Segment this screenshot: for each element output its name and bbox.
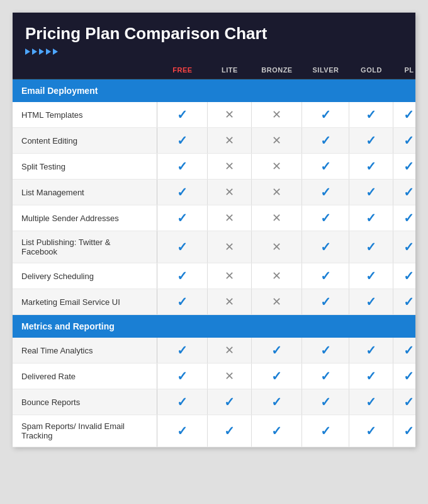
- row-cell-col2: ✕: [252, 231, 302, 263]
- row-cell-col5: ✓: [393, 389, 415, 415]
- column-headers: FREE LITE BRONZE SILVER GOLD PL: [13, 61, 415, 79]
- row-cell-col2: ✓: [252, 364, 302, 389]
- row-cell-col0: ✓: [157, 128, 208, 153]
- row-cell-col1: ✕: [208, 180, 252, 205]
- arrow-icon-4: [46, 49, 51, 55]
- row-cell-col1: ✕: [208, 364, 252, 389]
- col-header-pl: PL: [393, 61, 415, 79]
- check-icon: ✓: [403, 294, 414, 309]
- row-cell-col5: ✓: [393, 364, 415, 389]
- row-cell-col3: ✓: [302, 154, 349, 179]
- check-icon: ✓: [403, 423, 414, 438]
- check-icon: ✓: [320, 107, 331, 122]
- check-icon: ✓: [177, 185, 188, 200]
- col-header-silver: SILVER: [302, 61, 349, 79]
- row-cell-col3: ✓: [302, 128, 349, 153]
- row-cell-col3: ✓: [302, 415, 349, 447]
- check-icon: ✓: [320, 394, 331, 410]
- check-icon: ✓: [366, 133, 376, 148]
- check-icon: ✓: [320, 294, 331, 309]
- row-cell-col2: ✕: [252, 180, 302, 205]
- row-cell-col5: ✓: [393, 289, 415, 314]
- check-icon: ✓: [271, 423, 282, 438]
- row-cell-col4: ✓: [349, 205, 393, 231]
- page-header: Pricing Plan Comparison Chart: [13, 13, 415, 61]
- check-icon: ✓: [177, 133, 188, 148]
- row-cell-col5: ✓: [393, 154, 415, 179]
- row-cell-col4: ✓: [349, 128, 393, 153]
- check-icon: ✓: [271, 343, 282, 358]
- row-cell-col4: ✓: [349, 102, 393, 127]
- row-cell-col3: ✓: [302, 102, 349, 127]
- table-row: Content Editing✓✕✕✓✓✓: [13, 128, 415, 154]
- check-icon: ✓: [366, 107, 376, 122]
- table-row: HTML Templates✓✕✕✓✓✓: [13, 102, 415, 128]
- row-cell-col3: ✓: [302, 289, 349, 314]
- row-cell-col0: ✓: [157, 154, 208, 179]
- row-cell-col2: ✓: [252, 415, 302, 447]
- table-row: Bounce Reports✓✓✓✓✓✓: [13, 389, 415, 415]
- row-cell-col1: ✕: [208, 338, 252, 363]
- check-icon: ✓: [177, 159, 188, 174]
- check-icon: ✓: [177, 294, 188, 309]
- check-icon: ✓: [271, 394, 282, 410]
- cross-icon: ✕: [225, 134, 234, 147]
- check-icon: ✓: [366, 394, 376, 410]
- arrow-icon-5: [53, 49, 58, 55]
- row-cell-col0: ✓: [157, 180, 208, 205]
- row-label: Content Editing: [13, 128, 157, 153]
- row-cell-col1: ✓: [208, 415, 252, 447]
- check-icon: ✓: [320, 133, 331, 148]
- row-cell-col3: ✓: [302, 180, 349, 205]
- check-icon: ✓: [320, 239, 331, 255]
- header-arrows: [25, 49, 403, 55]
- row-cell-col3: ✓: [302, 205, 349, 231]
- pricing-card: Pricing Plan Comparison Chart FREE LITE …: [13, 13, 415, 447]
- col-header-label: [13, 61, 157, 79]
- row-cell-col1: ✕: [208, 205, 252, 231]
- section-header-email-deployment: Email Deployment: [13, 79, 415, 102]
- arrow-icon-2: [32, 49, 37, 55]
- row-cell-col1: ✕: [208, 289, 252, 314]
- check-icon: ✓: [224, 394, 235, 410]
- cross-icon: ✕: [272, 159, 281, 173]
- check-icon: ✓: [177, 369, 188, 384]
- row-cell-col2: ✕: [252, 154, 302, 179]
- row-cell-col5: ✓: [393, 180, 415, 205]
- row-cell-col5: ✓: [393, 263, 415, 289]
- row-cell-col4: ✓: [349, 231, 393, 263]
- row-cell-col5: ✓: [393, 102, 415, 127]
- row-cell-col0: ✓: [157, 263, 208, 289]
- row-cell-col5: ✓: [393, 128, 415, 153]
- col-header-free: FREE: [157, 61, 208, 79]
- row-cell-col1: ✕: [208, 231, 252, 263]
- row-cell-col3: ✓: [302, 263, 349, 289]
- row-cell-col5: ✓: [393, 231, 415, 263]
- check-icon: ✓: [320, 210, 331, 226]
- check-icon: ✓: [320, 423, 331, 438]
- row-label: Spam Reports/ Invalid Email Tracking: [13, 415, 157, 447]
- cross-icon: ✕: [225, 269, 234, 283]
- row-cell-col4: ✓: [349, 180, 393, 205]
- check-icon: ✓: [271, 369, 282, 384]
- row-cell-col4: ✓: [349, 338, 393, 363]
- row-cell-col2: ✕: [252, 289, 302, 314]
- check-icon: ✓: [403, 343, 414, 358]
- check-icon: ✓: [320, 268, 331, 284]
- row-cell-col3: ✓: [302, 389, 349, 415]
- row-cell-col0: ✓: [157, 415, 208, 447]
- row-label: HTML Templates: [13, 102, 157, 127]
- check-icon: ✓: [403, 268, 414, 284]
- row-cell-col2: ✕: [252, 263, 302, 289]
- row-cell-col3: ✓: [302, 338, 349, 363]
- row-cell-col5: ✓: [393, 205, 415, 231]
- check-icon: ✓: [366, 239, 376, 255]
- row-cell-col4: ✓: [349, 364, 393, 389]
- row-cell-col0: ✓: [157, 231, 208, 263]
- row-label: List Publishing: Twitter & Facebook: [13, 231, 157, 263]
- row-cell-col1: ✕: [208, 102, 252, 127]
- check-icon: ✓: [366, 210, 376, 226]
- cross-icon: ✕: [225, 185, 234, 199]
- row-label: Bounce Reports: [13, 389, 157, 415]
- check-icon: ✓: [403, 185, 414, 200]
